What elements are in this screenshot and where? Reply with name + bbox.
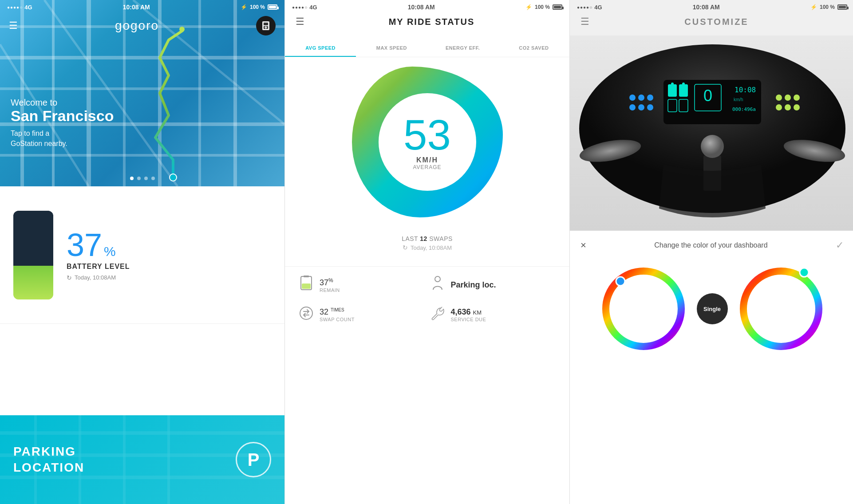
battery-icon-3 bbox=[837, 4, 847, 10]
svg-point-41 bbox=[682, 83, 685, 85]
swap-count-info: 32 TIMES SWAP COUNT bbox=[320, 307, 355, 322]
page-dots bbox=[130, 177, 155, 498]
signal-area-3: ●●●●○ 4G bbox=[577, 4, 602, 11]
svg-point-53 bbox=[776, 94, 782, 101]
speed-sublabel: AVERAGE bbox=[413, 164, 441, 170]
parking-text: PARKING LOCATION bbox=[13, 444, 84, 476]
svg-rect-37 bbox=[679, 84, 688, 97]
battery-pct-2: 100 % bbox=[535, 4, 550, 10]
parking-label: Parking loc. bbox=[451, 280, 496, 290]
bluetooth-icon: ⚡ bbox=[241, 4, 247, 10]
speed-gauge-area: 53 KM/H AVERAGE bbox=[285, 58, 569, 226]
svg-point-40 bbox=[671, 83, 674, 85]
page-dot-2[interactable] bbox=[137, 177, 141, 180]
speed-value: 53 bbox=[403, 114, 451, 156]
svg-text:000:496a: 000:496a bbox=[732, 106, 756, 112]
stat-parking: Parking loc. bbox=[430, 276, 557, 295]
svg-rect-18 bbox=[264, 23, 268, 25]
speed-blob: 53 KM/H AVERAGE bbox=[352, 67, 503, 217]
customize-action-row: × Change the color of your dashboard ✓ bbox=[581, 240, 844, 251]
page-dot-3[interactable] bbox=[144, 177, 148, 180]
time-display: 10:08 AM bbox=[123, 4, 150, 11]
scooter-dashboard-svg: 0 10:08 km/h 000:496a bbox=[575, 40, 850, 226]
speed-unit: KM/H bbox=[416, 156, 438, 164]
svg-point-64 bbox=[616, 277, 625, 286]
svg-rect-36 bbox=[668, 84, 677, 97]
battery-info: 37 % BATTERY LEVEL ↻ Today, 10:08AM bbox=[67, 229, 271, 281]
status-bar-3: ●●●●○ 4G 10:08 AM ⚡ 100 % bbox=[570, 0, 853, 14]
swap-icon-svg bbox=[298, 305, 314, 321]
page-dot-1[interactable] bbox=[130, 177, 134, 180]
color-ring-1[interactable] bbox=[599, 264, 688, 353]
swap-stat-icon bbox=[298, 305, 314, 324]
tab-max-speed[interactable]: MAX SPEED bbox=[356, 40, 427, 57]
color-wheels-row: Single bbox=[581, 264, 844, 353]
battery-fill bbox=[269, 6, 276, 8]
bluetooth-icon-3: ⚡ bbox=[810, 4, 817, 10]
gogoro-logo: gogoro bbox=[115, 19, 159, 33]
signal-dots-3: ●●●●○ bbox=[577, 5, 592, 10]
battery-stat-icon bbox=[298, 276, 314, 295]
panel-3: ●●●●○ 4G 10:08 AM ⚡ 100 % ☰ CUSTOMIZE bbox=[570, 0, 853, 504]
panel-1: ●●●●○ 4G 10:08 AM ⚡ 100 % ☰ gogoro Welc bbox=[0, 0, 284, 504]
service-due-label: SERVICE DUE bbox=[451, 317, 486, 322]
bluetooth-icon-2: ⚡ bbox=[525, 4, 532, 10]
svg-text:km/h: km/h bbox=[734, 97, 743, 102]
confirm-button[interactable]: ✓ bbox=[836, 240, 844, 251]
svg-point-62 bbox=[701, 135, 724, 158]
svg-text:0: 0 bbox=[703, 87, 712, 105]
color-ring-2[interactable] bbox=[737, 264, 825, 353]
status-bar-2: ●●●●○ 4G 10:08 AM ⚡ 100 % bbox=[285, 0, 569, 14]
swaps-text: LAST 12 SWAPS bbox=[285, 235, 569, 242]
svg-point-66 bbox=[800, 268, 809, 277]
welcome-label: Welcome to bbox=[11, 98, 114, 108]
speed-circle: 53 KM/H AVERAGE bbox=[379, 93, 476, 191]
svg-point-51 bbox=[638, 104, 644, 110]
scooter-image-area: 0 10:08 km/h 000:496a bbox=[570, 35, 853, 231]
signal-dots: ●●●●○ bbox=[7, 5, 23, 10]
svg-point-50 bbox=[629, 104, 636, 110]
panel3-header: ☰ CUSTOMIZE bbox=[570, 16, 853, 28]
panel1-header: ☰ gogoro bbox=[0, 16, 284, 35]
network-label-3: 4G bbox=[594, 4, 602, 11]
page-dot-4[interactable] bbox=[151, 177, 155, 180]
svg-rect-31 bbox=[302, 284, 311, 289]
svg-text:10:08: 10:08 bbox=[735, 86, 756, 94]
customize-instruction: Change the color of your dashboard bbox=[654, 241, 767, 249]
battery-area: ⚡ 100 % bbox=[241, 4, 277, 10]
battery-icon-svg bbox=[299, 276, 313, 291]
svg-point-56 bbox=[776, 104, 782, 110]
tab-energy-eff[interactable]: ENERGY EFF. bbox=[427, 40, 498, 57]
battery-remain-value: 37% bbox=[320, 277, 340, 287]
menu-icon-2[interactable]: ☰ bbox=[296, 16, 304, 28]
gostation-pin[interactable] bbox=[256, 16, 276, 35]
panel2-title: MY RIDE STATUS bbox=[304, 17, 559, 27]
svg-point-52 bbox=[647, 104, 653, 110]
battery-icon-2 bbox=[553, 4, 562, 10]
signal-dots-2: ●●●●○ bbox=[292, 5, 308, 10]
panel-2: ●●●●○ 4G 10:08 AM ⚡ 100 % ☰ MY RIDE STAT… bbox=[285, 0, 569, 504]
battery-pack-icon bbox=[261, 20, 271, 31]
battery-level-label: BATTERY LEVEL bbox=[67, 263, 271, 271]
network-label: 4G bbox=[24, 4, 32, 11]
single-badge[interactable]: Single bbox=[697, 293, 728, 324]
svg-point-54 bbox=[785, 94, 791, 101]
status-bar-1: ●●●●○ 4G 10:08 AM ⚡ 100 % bbox=[0, 0, 284, 14]
svg-point-49 bbox=[647, 94, 653, 101]
battery-fill-2 bbox=[554, 6, 561, 8]
svg-point-55 bbox=[794, 94, 800, 101]
welcome-section: Welcome to San Francisco Tap to find aGo… bbox=[11, 98, 114, 149]
tabs-row: AVG SPEED MAX SPEED ENERGY EFF. CO2 SAVE… bbox=[285, 40, 569, 57]
battery-percent-sign: % bbox=[104, 244, 116, 259]
tab-avg-speed[interactable]: AVG SPEED bbox=[285, 40, 356, 57]
tab-co2[interactable]: CO2 SAVED bbox=[498, 40, 569, 57]
signal-area-2: ●●●●○ 4G bbox=[292, 4, 317, 11]
swaps-info: LAST 12 SWAPS ↻ Today, 10:08AM bbox=[285, 235, 569, 251]
time-display-3: 10:08 AM bbox=[693, 4, 720, 11]
battery-pct-3: 100 % bbox=[820, 4, 835, 10]
city-name: San Francisco bbox=[11, 108, 114, 124]
svg-point-33 bbox=[300, 307, 312, 319]
close-button[interactable]: × bbox=[581, 240, 586, 251]
menu-icon-3[interactable]: ☰ bbox=[581, 16, 589, 28]
menu-icon[interactable]: ☰ bbox=[9, 20, 18, 32]
